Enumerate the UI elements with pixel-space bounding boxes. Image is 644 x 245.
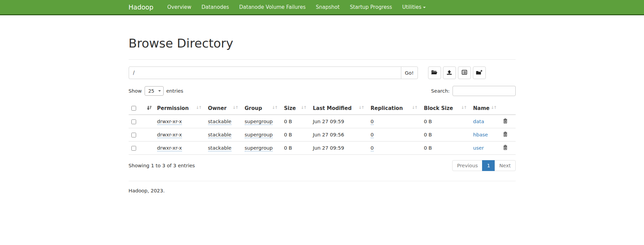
nav-item-startup-progress[interactable]: Startup Progress (345, 0, 397, 14)
table-header-row: Permission↓↑ Owner↓↑ Group↓↑ Size↓↑ Last… (129, 102, 516, 115)
delete-button[interactable] (503, 132, 508, 137)
nav-item-overview[interactable]: Overview (162, 0, 197, 14)
col-header-name[interactable]: Name↓↑ (471, 102, 500, 115)
sort-asc-icon[interactable] (147, 105, 152, 111)
block-size-cell: 0 B (421, 115, 471, 128)
nav-item-snapshot[interactable]: Snapshot (311, 0, 345, 14)
pagination: Previous 1 Next (452, 160, 515, 171)
page-title: Browse Directory (129, 36, 516, 50)
footer-text: Hadoop, 2023. (129, 188, 516, 193)
sort-both-icon: ↓↑ (358, 105, 365, 110)
length-select[interactable]: 25 (145, 86, 164, 96)
select-all-checkbox[interactable] (131, 106, 136, 111)
footer-divider (129, 181, 516, 181)
table-row: drwxr-xr-x stackable supergroup 0 B Jun … (129, 128, 516, 142)
group-cell[interactable]: supergroup (245, 119, 273, 125)
col-header-permission[interactable]: Permission↓↑ (154, 102, 205, 115)
owner-cell[interactable]: stackable (208, 145, 232, 151)
directory-link[interactable]: user (473, 145, 484, 151)
caret-down-icon (423, 7, 426, 8)
search-label: Search: (431, 88, 450, 94)
delete-button[interactable] (503, 145, 508, 150)
divider (129, 59, 516, 60)
explorer-actions (428, 67, 486, 79)
search-input[interactable] (453, 86, 516, 96)
trash-icon (503, 146, 508, 151)
size-cell: 0 B (281, 128, 310, 142)
show-label: Show (129, 88, 142, 94)
folder-open-icon (431, 70, 438, 76)
directory-listing-table: Permission↓↑ Owner↓↑ Group↓↑ Size↓↑ Last… (129, 102, 516, 155)
entries-label: entries (166, 88, 183, 94)
replication-cell[interactable]: 0 (371, 145, 374, 151)
group-cell[interactable]: supergroup (245, 132, 273, 138)
col-header-last-modified[interactable]: Last Modified↓↑ (310, 102, 368, 115)
col-header-actions (500, 102, 516, 115)
owner-cell[interactable]: stackable (208, 132, 232, 138)
sort-both-icon: ↓↑ (300, 105, 307, 110)
owner-cell[interactable]: stackable (208, 119, 232, 125)
table-search-control: Search: (431, 86, 516, 96)
upload-icon (446, 70, 452, 76)
replication-cell[interactable]: 0 (371, 132, 374, 138)
path-input-group: Go! (129, 67, 418, 79)
nav-item-datanode-volume-failures[interactable]: Datanode Volume Failures (234, 0, 311, 14)
trash-icon (503, 119, 508, 125)
navbar-menu: Overview Datanodes Datanode Volume Failu… (162, 0, 431, 14)
directory-path-input[interactable] (129, 67, 401, 79)
table-info: Showing 1 to 3 of 3 entries (129, 160, 195, 168)
row-checkbox[interactable] (131, 133, 136, 137)
replication-cell[interactable]: 0 (371, 119, 374, 125)
permission-cell[interactable]: drwxr-xr-x (157, 132, 182, 138)
upload-files-button[interactable] (443, 67, 456, 79)
block-size-cell: 0 B (421, 128, 471, 142)
trash-icon (503, 133, 508, 138)
permission-cell[interactable]: drwxr-xr-x (157, 145, 182, 151)
pagination-page-1[interactable]: 1 (482, 160, 495, 171)
path-toolbar: Go! (129, 67, 516, 79)
sort-both-icon: ↓↑ (196, 105, 202, 110)
row-checkbox[interactable] (131, 119, 136, 124)
sort-both-icon: ↓↑ (232, 105, 239, 110)
pagination-previous[interactable]: Previous (452, 160, 482, 171)
row-checkbox[interactable] (131, 146, 136, 151)
cut-paste-button[interactable] (473, 67, 486, 79)
col-header-owner[interactable]: Owner↓↑ (205, 102, 242, 115)
length-select-wrap: 25 (145, 86, 164, 96)
list-alt-icon (462, 70, 467, 76)
navbar-brand[interactable]: Hadoop (129, 3, 153, 11)
top-navbar: Hadoop Overview Datanodes Datanode Volum… (0, 0, 644, 15)
delete-button[interactable] (503, 118, 508, 124)
folder-move-icon (476, 70, 482, 76)
page-length-control: Show 25 entries (129, 86, 183, 96)
col-header-replication[interactable]: Replication↓↑ (368, 102, 421, 115)
block-size-cell: 0 B (421, 142, 471, 155)
sort-both-icon: ↓↑ (411, 105, 418, 110)
table-row: drwxr-xr-x stackable supergroup 0 B Jun … (129, 115, 516, 128)
last-modified-cell: Jun 27 09:59 (310, 115, 368, 128)
sort-both-icon: ↓↑ (461, 105, 467, 110)
col-header-size[interactable]: Size↓↑ (281, 102, 310, 115)
nav-item-datanodes[interactable]: Datanodes (196, 0, 234, 14)
pagination-next[interactable]: Next (495, 160, 516, 171)
sort-both-icon: ↓↑ (272, 105, 278, 110)
nav-dropdown-utilities[interactable]: Utilities (397, 0, 431, 14)
col-header-group[interactable]: Group↓↑ (242, 102, 281, 115)
directory-link[interactable]: data (473, 119, 484, 124)
directory-link[interactable]: hbase (473, 132, 488, 137)
size-cell: 0 B (281, 115, 310, 128)
col-header-block-size[interactable]: Block Size↓↑ (421, 102, 471, 115)
create-directory-button[interactable] (428, 67, 441, 79)
permission-cell[interactable]: drwxr-xr-x (157, 119, 182, 125)
size-cell: 0 B (281, 142, 310, 155)
table-row: drwxr-xr-x stackable supergroup 0 B Jun … (129, 142, 516, 155)
go-button[interactable]: Go! (401, 67, 418, 79)
last-modified-cell: Jun 27 09:59 (310, 142, 368, 155)
summary-button[interactable] (458, 67, 471, 79)
sort-both-icon: ↓↑ (491, 105, 497, 110)
last-modified-cell: Jun 27 09:56 (310, 128, 368, 142)
group-cell[interactable]: supergroup (245, 145, 273, 151)
